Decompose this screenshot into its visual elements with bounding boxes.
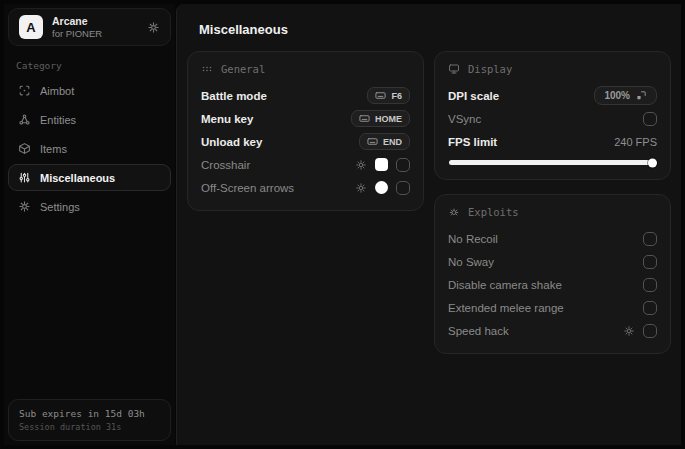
sidebar-item-label: Entities [40,114,76,126]
category-label: Category [16,60,163,71]
offscreen-arrows-row: Off-Screen arrows [201,176,410,199]
entities-molecule-icon [18,113,31,126]
settings-gear-icon[interactable] [147,21,160,34]
page-title: Miscellaneous [199,22,671,37]
app-name: Arcane [52,15,138,28]
no-sway-checkbox[interactable] [643,255,657,269]
sliders-icon [18,171,31,184]
sidebar-nav: Aimbot Entities Items [4,75,175,222]
sidebar-item-miscellaneous[interactable]: Miscellaneous [8,164,171,191]
general-card: General Battle mode F6 [187,51,424,211]
main-panel: Miscellaneous General B [176,4,681,445]
crosshair-color-swatch[interactable] [375,158,388,171]
keyboard-icon [359,113,370,124]
speed-hack-row: Speed hack [448,319,657,342]
crosshair-checkbox[interactable] [396,158,410,172]
vsync-row: VSync [448,107,657,130]
virus-bug-icon [448,206,460,218]
display-card: Display DPI scale 100% [434,51,671,180]
exploits-card: Exploits No Recoil No Sway Disable camer… [434,194,671,354]
sidebar-item-aimbot[interactable]: Aimbot [8,77,171,104]
offscreen-arrows-color-swatch[interactable] [375,181,388,194]
battle-mode-keybind[interactable]: F6 [367,87,410,104]
disable-camera-shake-row: Disable camera shake [448,273,657,296]
dpi-scale-select[interactable]: 100% [594,86,657,105]
keyboard-icon [367,136,378,147]
dpi-scale-row: DPI scale 100% [448,84,657,107]
offscreen-arrows-checkbox[interactable] [396,181,410,195]
app-logo: A [19,15,43,39]
exploits-card-title: Exploits [468,206,519,218]
gear-icon [18,200,31,213]
display-card-title: Display [468,63,512,75]
sidebar-item-entities[interactable]: Entities [8,106,171,133]
sidebar-item-items[interactable]: Items [8,135,171,162]
sidebar-item-label: Aimbot [40,85,74,97]
menu-key-row: Menu key HOME [201,107,410,130]
crosshair-scan-icon [18,84,31,97]
grid-dots-icon [201,63,213,75]
fps-limit-slider[interactable] [449,160,656,165]
no-recoil-row: No Recoil [448,227,657,250]
fps-limit-row: FPS limit 240 FPS [448,130,657,153]
battle-mode-row: Battle mode F6 [201,84,410,107]
disable-camera-shake-checkbox[interactable] [643,278,657,292]
extended-melee-range-row: Extended melee range [448,296,657,319]
fps-slider-knob[interactable] [648,158,657,167]
sidebar-item-label: Settings [40,201,80,213]
monitor-icon [448,63,460,75]
unload-key-keybind[interactable]: END [359,133,410,150]
sidebar-item-settings[interactable]: Settings [8,193,171,220]
sidebar-item-label: Miscellaneous [40,172,115,184]
sidebar: A Arcane for PIONER Category [4,4,175,445]
keyboard-icon [375,90,386,101]
sub-expires-text: Sub expires in 15d 03h [19,408,160,419]
no-recoil-checkbox[interactable] [643,232,657,246]
session-duration-text: Session duration 31s [19,422,160,432]
vsync-checkbox[interactable] [643,112,657,126]
app-window: A Arcane for PIONER Category [0,0,685,449]
app-subtitle: for PIONER [52,28,138,40]
brand-card: A Arcane for PIONER [8,8,171,46]
unload-key-row: Unload key END [201,130,410,153]
crosshair-row: Crosshair [201,153,410,176]
scale-icon [636,90,647,101]
package-box-icon [18,142,31,155]
sidebar-item-label: Items [40,143,67,155]
menu-key-keybind[interactable]: HOME [351,110,410,127]
speed-hack-checkbox[interactable] [643,324,657,338]
speed-hack-settings-gear-icon[interactable] [623,325,635,337]
crosshair-settings-gear-icon[interactable] [355,159,367,171]
no-sway-row: No Sway [448,250,657,273]
extended-melee-range-checkbox[interactable] [643,301,657,315]
fps-limit-value: 240 FPS [614,136,657,148]
subscription-card: Sub expires in 15d 03h Session duration … [8,399,171,441]
offscreen-arrows-settings-gear-icon[interactable] [355,182,367,194]
general-card-title: General [221,63,265,75]
